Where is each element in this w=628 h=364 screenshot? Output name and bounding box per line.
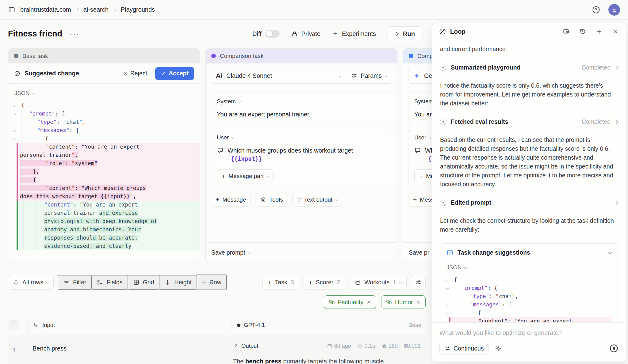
- system-message-text[interactable]: You are an expert personal trainer: [217, 110, 386, 119]
- sliders-icon: [351, 73, 357, 79]
- diff-added-line: evidence-based, and clearly: [17, 242, 200, 250]
- assistant-text: and current performance:: [440, 45, 618, 54]
- height-button[interactable]: Height: [159, 275, 197, 290]
- more-menu-icon[interactable]: ···: [70, 32, 79, 35]
- text-icon: T: [297, 196, 301, 203]
- comparison-task-header[interactable]: Comparison task: [206, 49, 397, 63]
- tools-button[interactable]: Tools: [255, 193, 288, 207]
- base-task-column: Base task Suggested change × Reject Acce…: [8, 48, 200, 263]
- table-settings-button[interactable]: [411, 275, 426, 290]
- filter-icon: [63, 279, 70, 286]
- diff-added-line: responses should be accurate,: [17, 234, 200, 242]
- loop-logo-icon: [439, 28, 446, 35]
- collapse-icon[interactable]: [446, 287, 454, 289]
- json-diff-view: { "prompt": { "type": "chat", "messages"…: [446, 276, 611, 322]
- grid-button[interactable]: Grid: [128, 275, 159, 290]
- percent-icon: %: [386, 299, 392, 306]
- base-task-header[interactable]: Base task: [8, 49, 200, 63]
- collapse-icon[interactable]: [14, 138, 21, 140]
- avatar[interactable]: E: [608, 4, 620, 16]
- params-button[interactable]: Params: [346, 68, 392, 83]
- json-format-select[interactable]: JSON: [446, 264, 611, 271]
- breadcrumb-section[interactable]: Playgrounds: [121, 6, 155, 13]
- user-message-text[interactable]: Which muscle groups does this workout ta…: [217, 146, 386, 155]
- diff-removed-line: {: [17, 176, 200, 184]
- select-all-checkbox[interactable]: [9, 320, 18, 330]
- accept-button[interactable]: Accept: [155, 67, 194, 80]
- diff-toggle[interactable]: [265, 30, 280, 38]
- history-icon[interactable]: [579, 28, 586, 35]
- collapse-icon[interactable]: [14, 130, 21, 131]
- collapse-icon[interactable]: [446, 312, 454, 314]
- tool-step-edited-prompt[interactable]: Edited prompt: [440, 199, 618, 206]
- system-role-select[interactable]: System: [217, 98, 386, 105]
- private-button[interactable]: Private: [291, 30, 320, 37]
- assistant-text: Let me check the correct structure by lo…: [440, 216, 618, 234]
- input-field-icon: [33, 322, 39, 328]
- add-task-button[interactable]: + Task 3: [262, 275, 299, 290]
- all-rows-select[interactable]: All rows: [8, 275, 54, 290]
- loop-prompt-input[interactable]: [439, 329, 618, 336]
- collapse-icon[interactable]: [446, 279, 454, 281]
- fields-button[interactable]: Fields: [92, 275, 128, 290]
- plus-icon: [332, 31, 338, 37]
- diff-toggle-group: Diff: [252, 30, 280, 38]
- tool-step-summarized-playground[interactable]: Summarized playground Completed: [440, 64, 618, 71]
- row-input-value[interactable]: Bench press: [33, 345, 67, 352]
- new-chat-icon[interactable]: [596, 28, 603, 35]
- filter-button[interactable]: Filter: [58, 275, 91, 290]
- tool-step-icon: [440, 200, 446, 206]
- loop-panel-header: Loop: [432, 23, 626, 40]
- stopwatch-icon: [357, 343, 363, 349]
- stop-icon[interactable]: [609, 344, 618, 353]
- input-column-header[interactable]: Input: [28, 318, 231, 332]
- database-icon: [355, 279, 361, 285]
- factuality-scorer-badge[interactable]: % Factuality ×: [324, 295, 376, 309]
- row-height-icon: [164, 279, 171, 286]
- breadcrumb-org[interactable]: braintrustdata.com: [20, 6, 71, 13]
- diff-removed-line: "content": "You are an expert: [449, 317, 611, 322]
- model-column-header[interactable]: GPT-4.1 Base: [231, 318, 426, 332]
- add-row-button[interactable]: + Row: [197, 275, 227, 290]
- breadcrumb-project[interactable]: ai-search: [83, 6, 109, 13]
- remove-scorer-icon[interactable]: ×: [416, 299, 420, 306]
- sidebar-toggle-icon[interactable]: [8, 6, 15, 13]
- comparison-task-dot: [211, 54, 216, 58]
- collapse-icon[interactable]: [14, 105, 21, 107]
- breadcrumb-separator-icon: [75, 8, 79, 11]
- close-icon[interactable]: [612, 28, 619, 35]
- save-prompt-button[interactable]: Save prompt: [206, 242, 397, 263]
- message-part-button[interactable]: + Message part: [217, 169, 274, 183]
- tool-step-fetched-eval-results[interactable]: Fetched eval results Completed: [440, 118, 618, 125]
- continuous-mode-button[interactable]: Continuous: [439, 342, 489, 355]
- run-button[interactable]: Run: [388, 26, 421, 41]
- diff-removed-line: personal trainer",: [17, 151, 200, 159]
- add-scorer-button[interactable]: + Scorer 2: [304, 275, 346, 290]
- loop-panel: Loop and current performance: Summarized…: [432, 23, 626, 362]
- suggestions-card-header[interactable]: Task change suggestions: [446, 249, 611, 256]
- row-output-cell[interactable]: Output 6d ago 0.1s 160 $0.001 The bench …: [233, 343, 421, 364]
- json-diff-view: { "prompt": { "type": "chat", "messages"…: [8, 101, 200, 250]
- table-row[interactable]: 1 Bench press Output 6d ago 0.1s 160 $0.…: [8, 335, 426, 364]
- template-variable[interactable]: {{input}}: [231, 155, 386, 162]
- edit-square-icon: [446, 249, 454, 256]
- reject-button[interactable]: × Reject: [123, 69, 147, 78]
- dataset-select[interactable]: Workouts 1: [350, 275, 407, 290]
- fields-icon: [97, 279, 103, 286]
- json-format-select[interactable]: JSON: [14, 90, 200, 97]
- title-row: Fitness friend ··· Diff Private Experime…: [0, 20, 429, 48]
- remove-scorer-icon[interactable]: ×: [367, 299, 371, 306]
- model-select[interactable]: A\ Claude 4 Sonnet: [211, 68, 346, 83]
- pop-out-icon[interactable]: [563, 28, 569, 35]
- text-output-button[interactable]: T Text output: [292, 193, 343, 207]
- user-role-select[interactable]: User: [217, 134, 386, 141]
- loop-settings-icon[interactable]: [495, 345, 502, 352]
- assistant-text: I notice the factuality score is only 0.…: [440, 81, 618, 108]
- humor-scorer-badge[interactable]: % Humor ×: [381, 295, 426, 309]
- add-message-button[interactable]: + Message: [211, 193, 251, 207]
- help-icon[interactable]: [592, 6, 600, 14]
- collapse-icon[interactable]: [14, 113, 21, 115]
- task-change-suggestions-card: Task change suggestions JSON { "prompt":…: [440, 243, 618, 322]
- experiments-button[interactable]: Experiments: [332, 30, 376, 37]
- collapse-icon[interactable]: [446, 304, 454, 306]
